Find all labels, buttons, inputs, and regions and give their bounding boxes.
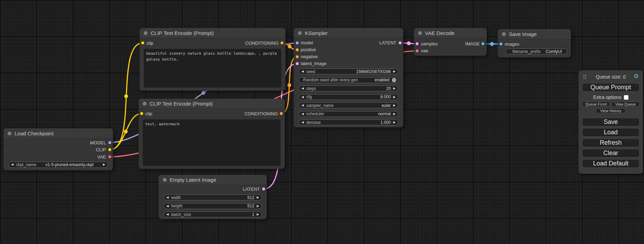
node-title-bar[interactable]: KSampler	[294, 28, 403, 38]
widget-value: 20	[386, 86, 391, 91]
width-widget[interactable]: ◀ width 512 ▶	[164, 195, 262, 200]
save-button[interactable]: Save	[582, 118, 639, 126]
port-row: clip CONDITIONING	[140, 38, 285, 47]
gear-icon[interactable]: ⚙	[634, 73, 639, 80]
seed-widget[interactable]: ◀ seed 156680208700286 ▶	[299, 69, 398, 74]
node-vae-decode[interactable]: VAE Decode samples IMAGE vae	[414, 28, 487, 56]
node-title-bar[interactable]: CLIP Text Encode (Prompt)	[139, 99, 285, 109]
increment-arrow-icon[interactable]: ▶	[393, 104, 396, 107]
node-collapse-dot-icon[interactable]	[163, 178, 167, 182]
node-clip-text-encode-positive[interactable]: CLIP Text Encode (Prompt) clip CONDITION…	[140, 28, 285, 91]
output-row-vae: VAE	[3, 153, 113, 161]
node-collapse-dot-icon[interactable]	[298, 31, 302, 35]
scheduler-widget[interactable]: ◀ scheduler normal ▶	[299, 111, 398, 117]
node-collapse-dot-icon[interactable]	[502, 32, 506, 36]
node-title: Empty Latent Image	[170, 177, 216, 183]
decrement-arrow-icon[interactable]: ◀	[301, 70, 304, 73]
node-collapse-dot-icon[interactable]	[143, 102, 147, 106]
widget-value: enabled	[374, 78, 389, 82]
node-title-bar[interactable]: Save Image	[498, 29, 571, 39]
widget-value: euler	[381, 103, 391, 108]
node-ksampler[interactable]: KSampler model LATENT positive negative …	[294, 28, 403, 127]
load-default-button[interactable]: Load Default	[582, 159, 639, 168]
decrement-arrow-icon[interactable]: ◀	[301, 121, 304, 124]
decrement-arrow-icon[interactable]: ◀	[301, 104, 304, 107]
output-label-vae: VAE	[97, 154, 106, 160]
wire-clip-to-negative-prompt	[110, 114, 142, 150]
node-load-checkpoint[interactable]: Load Checkpoint MODEL CLIP VAE ◀ ckpt_na…	[3, 128, 113, 170]
node-save-image[interactable]: Save Image images filename_prefix ComfyU…	[498, 29, 571, 57]
input-row-samples: samples IMAGE	[414, 40, 487, 47]
ckpt-name-widget[interactable]: ◀ ckpt_name v1-5-pruned-emaonly.ckpt ▶	[8, 162, 108, 168]
node-empty-latent-image[interactable]: Empty Latent Image LATENT ◀ width 512 ▶ …	[159, 175, 267, 219]
decrement-arrow-icon[interactable]: ◀	[166, 205, 169, 208]
input-label-model: model	[301, 40, 313, 45]
increment-arrow-icon[interactable]: ▶	[393, 87, 396, 90]
widget-label: batch_size	[171, 212, 191, 217]
sampler-name-widget[interactable]: ◀ sampler_name euler ▶	[299, 102, 398, 108]
node-collapse-dot-icon[interactable]	[418, 31, 422, 35]
input-label-samples: samples	[421, 41, 438, 46]
input-label-negative: negative	[301, 54, 318, 59]
decrement-arrow-icon[interactable]: ◀	[166, 196, 169, 199]
increment-arrow-icon[interactable]: ▶	[393, 96, 396, 99]
cfg-widget[interactable]: ◀ cfg 8.000 ▶	[299, 94, 398, 100]
view-queue-button[interactable]: View Queue	[611, 102, 639, 107]
widget-value: 512	[247, 204, 254, 208]
extra-options-checkbox[interactable]	[624, 95, 628, 100]
output-label-model: MODEL	[90, 140, 106, 145]
increment-arrow-icon[interactable]: ▶	[393, 112, 396, 116]
decrement-arrow-icon[interactable]: ◀	[301, 96, 304, 99]
node-collapse-dot-icon[interactable]	[8, 132, 11, 135]
node-graph-canvas[interactable]: Load Checkpoint MODEL CLIP VAE ◀ ckpt_na…	[0, 0, 644, 244]
decrement-arrow-icon[interactable]: ◀	[301, 87, 304, 90]
increment-arrow-icon[interactable]: ▶	[257, 205, 259, 208]
decrement-arrow-icon[interactable]: ◀	[11, 163, 14, 166]
increment-arrow-icon[interactable]: ▶	[257, 213, 259, 216]
toggle-knob-icon[interactable]	[392, 78, 396, 82]
widget-value: 156680208700286	[356, 69, 391, 74]
refresh-button[interactable]: Refresh	[582, 138, 639, 147]
height-widget[interactable]: ◀ height 512 ▶	[164, 203, 262, 209]
node-title-bar[interactable]: VAE Decode	[414, 28, 487, 38]
drag-handle-icon[interactable]	[583, 74, 584, 75]
increment-arrow-icon[interactable]: ▶	[393, 70, 396, 73]
extra-options-label: Extra options	[593, 94, 621, 100]
decrement-arrow-icon[interactable]: ◀	[166, 213, 169, 216]
decrement-arrow-icon[interactable]: ◀	[301, 112, 304, 116]
node-title-bar[interactable]: Empty Latent Image	[159, 175, 267, 185]
input-label-clip: clip	[147, 40, 153, 46]
denoise-widget[interactable]: ◀ denoise 1.000 ▶	[299, 119, 398, 125]
widget-value: v1-5-pruned-emaonly.ckpt	[46, 162, 94, 167]
output-label-conditioning: CONDITIONING	[245, 111, 278, 116]
node-clip-text-encode-negative[interactable]: CLIP Text Encode (Prompt) clip CONDITION…	[139, 99, 285, 169]
queue-prompt-button[interactable]: Queue Prompt	[582, 83, 639, 92]
node-title: KSampler	[305, 30, 328, 36]
steps-widget[interactable]: ◀ steps 20 ▶	[299, 85, 398, 91]
output-label-conditioning: CONDITIONING	[245, 40, 279, 46]
prompt-textarea[interactable]: beautiful scenery nature glass bottle la…	[144, 49, 281, 88]
node-title: CLIP Text Encode (Prompt)	[150, 101, 213, 107]
node-title-bar[interactable]: CLIP Text Encode (Prompt)	[140, 28, 285, 38]
node-collapse-dot-icon[interactable]	[144, 31, 148, 35]
widget-value: normal	[378, 111, 391, 116]
prompt-textarea[interactable]: text, watermark	[143, 119, 281, 166]
output-row-clip: CLIP	[3, 146, 113, 154]
node-title: VAE Decode	[425, 30, 455, 36]
node-title-bar[interactable]: Load Checkpoint	[3, 128, 113, 139]
widget-label: seed	[306, 69, 315, 74]
increment-arrow-icon[interactable]: ▶	[393, 121, 396, 124]
load-button[interactable]: Load	[582, 128, 639, 137]
view-history-button[interactable]: View History	[596, 108, 626, 113]
queue-front-button[interactable]: Queue Front	[582, 102, 610, 107]
increment-arrow-icon[interactable]: ▶	[257, 196, 259, 199]
random-seed-toggle-widget[interactable]: Random seed after every gen enabled	[299, 77, 398, 83]
filename-prefix-widget[interactable]: filename_prefix ComfyUI	[505, 48, 567, 54]
output-label-clip: CLIP	[96, 147, 106, 152]
batch-size-widget[interactable]: ◀ batch_size 1 ▶	[164, 211, 262, 217]
clear-button[interactable]: Clear	[582, 149, 639, 157]
increment-arrow-icon[interactable]: ▶	[103, 163, 105, 166]
widget-label: Random seed after every gen	[303, 78, 358, 82]
input-row-model: model LATENT	[294, 39, 403, 46]
input-row-latent-image: latent_image	[294, 60, 403, 67]
